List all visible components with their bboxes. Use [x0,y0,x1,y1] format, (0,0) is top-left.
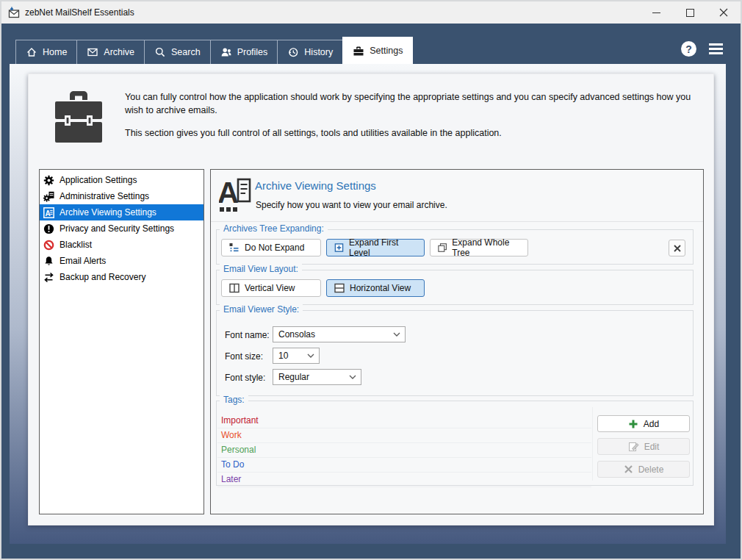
help-button[interactable]: ? [681,41,696,57]
sidebar-item-privacy-and-security[interactable]: Privacy and Security Settings [40,220,203,237]
tab-home[interactable]: Home [15,40,77,64]
settings-category-list: Application Settings [39,169,204,514]
toggle-label: Do Not Expand [245,243,304,253]
tag-row-work[interactable]: Work [217,428,591,443]
home-icon [26,46,37,58]
horizontal-view-button[interactable]: Horizontal View [326,279,425,297]
group-label: Tags: [220,395,248,405]
tag-row-important[interactable]: Important [217,414,591,428]
app-window: zebNet MailShelf Essentials Home Archive [0,0,742,560]
chevron-down-icon [349,375,356,379]
font-style-label: Font style: [225,370,265,386]
vertical-split-icon [229,283,239,293]
toggle-label: Expand First Level [349,237,417,258]
envelope-icon [87,46,98,58]
plus-icon [628,419,638,429]
sidebar-item-backup-and-recovery[interactable]: Backup and Recovery [40,269,203,285]
topbar-actions: ? [681,41,723,57]
edit-tag-button[interactable]: Edit [597,438,690,455]
search-icon [154,46,166,58]
expand-first-level-button[interactable]: Expand First Level [326,239,425,256]
history-icon [287,46,299,58]
maximize-icon [686,9,694,17]
toolbox-icon [353,45,364,57]
admin-gear-icon [43,191,54,202]
expand-plus-icon [334,243,344,253]
sidebar-item-administrative-settings[interactable]: Administrative Settings [40,188,203,204]
svg-text:A: A [219,177,239,209]
tag-list-separator [592,407,593,481]
tag-row-to-do[interactable]: To Do [217,458,591,473]
sidebar-item-label: Backup and Recovery [60,272,145,282]
do-not-expand-button[interactable]: Do Not Expand [221,239,321,256]
font-name-value: Consolas [278,329,315,340]
sidebar-item-archive-viewing-settings[interactable]: A Archive Viewing Settings [40,204,203,220]
font-name-select[interactable]: Consolas [273,326,406,342]
tag-row-personal[interactable]: Personal [217,443,591,458]
toggle-label: Vertical View [245,283,295,293]
tag-row-later[interactable]: Later [217,473,591,487]
swap-arrows-icon [43,272,54,283]
sidebar-item-label: Archive Viewing Settings [60,207,156,218]
sidebar-item-application-settings[interactable]: Application Settings [40,172,203,188]
group-label: Archives Tree Expanding: [220,223,328,234]
tab-profiles[interactable]: Profiles [210,40,278,64]
toolbox-large-icon [55,89,102,143]
group-label: Email View Layout: [220,264,302,274]
tab-label: Archive [104,47,134,57]
help-icon: ? [685,43,692,55]
expand-whole-tree-button[interactable]: Expand Whole Tree [430,239,528,256]
hamburger-menu-icon [709,43,723,46]
archive-viewing-settings-panel: A Archive Viewing Settings Specify how y… [210,169,704,514]
window-title: zebNet MailShelf Essentials [25,7,134,18]
button-label: Edit [644,442,660,452]
tab-bar: Home Archive Search [16,37,413,64]
tab-label: History [304,47,333,57]
sidebar-item-blacklist[interactable]: Blacklist [40,237,203,253]
font-size-label: Font size: [225,348,263,365]
chevron-down-icon [393,332,400,337]
group-email-viewer-style: Email Viewer Style: Font name: Consolas … [216,310,694,396]
sidebar-item-email-alerts[interactable]: Email Alerts [40,253,203,269]
sidebar-item-label: Blacklist [60,240,92,250]
group-label: Email Viewer Style: [220,304,303,315]
hamburger-menu-button[interactable] [709,43,723,54]
vertical-view-button[interactable]: Vertical View [221,279,321,297]
panel-separator [211,221,703,222]
mail-download-icon [8,7,20,18]
gear-icon [43,175,54,186]
horizontal-split-icon [334,283,345,293]
tab-label: Settings [370,46,403,56]
tab-settings[interactable]: Settings [342,37,413,64]
chevron-down-icon [307,353,314,358]
delete-tag-button[interactable]: Delete [597,461,690,478]
view-layout-options: Vertical View Horizontal View [221,279,425,297]
archive-document-icon: A [43,207,54,218]
tab-search[interactable]: Search [144,40,211,64]
archive-viewing-large-icon: A [219,177,253,212]
intro-paragraph-2: This section gives you full control of a… [125,127,704,140]
sidebar-item-label: Email Alerts [60,256,106,266]
svg-text:A: A [46,209,51,217]
exclamation-circle-icon [43,223,54,234]
tab-archive[interactable]: Archive [76,40,145,64]
toggle-label: Expand Whole Tree [452,237,520,258]
font-size-select[interactable]: 10 [273,348,320,364]
font-style-select[interactable]: Regular [273,369,361,385]
minimize-icon [652,12,660,13]
add-tag-button[interactable]: Add [597,415,690,432]
panel-title: Archive Viewing Settings [255,179,376,192]
cascade-windows-icon [438,243,447,253]
pencil-icon [628,441,639,452]
tag-list: Important Work Personal To Do Later [217,414,591,487]
x-icon [624,464,633,474]
button-label: Delete [638,464,664,475]
maximize-button[interactable] [673,1,707,24]
collapsed-tree-icon [229,243,239,253]
intro-paragraph-1: You can fully control how the applicatio… [125,91,704,117]
minimize-button[interactable] [639,1,673,24]
close-button[interactable] [707,1,741,24]
tab-history[interactable]: History [277,40,343,64]
bell-icon [43,256,54,267]
clear-selection-button[interactable] [669,240,685,256]
